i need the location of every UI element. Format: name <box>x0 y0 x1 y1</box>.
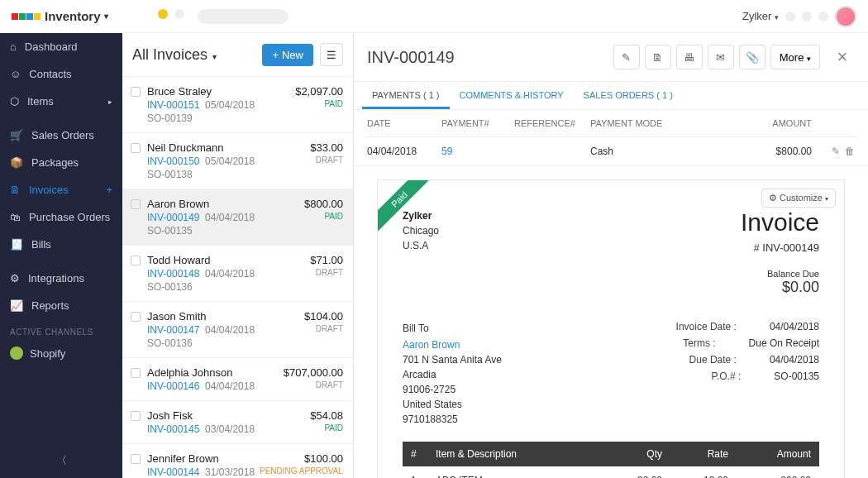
customer-name: Todd Howard <box>147 254 211 266</box>
detail-title: INV-000149 <box>367 48 455 67</box>
new-button[interactable]: +New <box>262 44 313 66</box>
sidebar-item-reports[interactable]: 📈Reports <box>0 292 122 319</box>
channel-shopify[interactable]: Shopify <box>0 340 122 366</box>
row-checkbox[interactable] <box>131 256 141 265</box>
invoice-number-link[interactable]: INV-000149 <box>147 212 199 223</box>
shopify-icon <box>10 347 23 360</box>
placeholder-icon <box>802 12 812 22</box>
row-checkbox[interactable] <box>131 368 141 378</box>
bill-to-label: Bill To <box>403 321 502 336</box>
company-country: U.S.A <box>403 238 439 253</box>
plus-icon[interactable]: + <box>106 184 112 196</box>
invoice-number-link[interactable]: INV-000148 <box>147 268 199 280</box>
printer-icon: 🖶 <box>684 51 694 64</box>
tab-payments[interactable]: PAYMENTS ( 1 ) <box>362 82 450 109</box>
status-badge: DRAFT <box>316 268 343 280</box>
sidebar-item-packages[interactable]: 📦Packages <box>0 149 122 176</box>
so-number: SO-00139 <box>147 112 343 124</box>
status-badge: PAID <box>324 99 343 111</box>
sidebar-item-invoices[interactable]: 🗎Invoices+ <box>0 176 122 203</box>
sidebar-item-contacts[interactable]: ☺Contacts <box>0 60 122 88</box>
active-channels-header: ACTIVE CHANNELS <box>0 319 122 340</box>
org-switcher[interactable]: Zylker ▾ <box>742 10 779 22</box>
sidebar-item-purchase-orders[interactable]: 🛍Purchase Orders <box>0 203 122 231</box>
sidebar-item-sales-orders[interactable]: 🛒Sales Orders <box>0 122 122 149</box>
placeholder-icon <box>785 12 795 22</box>
customize-button[interactable]: ⚙ Customize ▾ <box>761 189 836 208</box>
edit-icon[interactable]: ✎ <box>832 146 840 157</box>
plug-icon: ⚙ <box>10 272 20 284</box>
plus-icon: + <box>272 49 279 61</box>
sidebar-item-items[interactable]: ⬡Items▸ <box>0 88 122 115</box>
customer-name: Josh Fisk <box>147 409 193 422</box>
row-checkbox[interactable] <box>131 199 141 209</box>
amount: $54.08 <box>310 409 343 422</box>
row-checkbox[interactable] <box>131 87 141 97</box>
search-stub[interactable] <box>198 9 289 24</box>
row-checkbox[interactable] <box>131 312 141 322</box>
amount: $100.00 <box>304 452 343 465</box>
sidebar-item-dashboard[interactable]: ⌂Dashboard <box>0 33 122 60</box>
dot-icon <box>158 9 168 19</box>
print-button[interactable]: 🖶 <box>676 45 703 69</box>
invoice-row[interactable]: Neil Druckmann$33.00 INV-000150 05/04/20… <box>122 133 353 189</box>
status-badge: PENDING APPROVAL <box>260 466 343 478</box>
payment-link[interactable]: 59 <box>441 146 514 157</box>
more-button[interactable]: More ▾ <box>770 45 820 69</box>
tab-sales-orders[interactable]: SALES ORDERS ( 1 ) <box>574 82 683 109</box>
chevron-right-icon: ▸ <box>108 98 112 106</box>
list-title[interactable]: All Invoices▾ <box>132 46 217 64</box>
row-checkbox[interactable] <box>131 411 141 421</box>
amount: $33.00 <box>310 141 343 154</box>
invoice-row[interactable]: Aaron Brown$800.00 INV-000149 04/04/2018… <box>122 189 353 246</box>
topbar: Inventory ▾ Zylker ▾ <box>0 0 868 33</box>
box-icon: ⬡ <box>10 95 19 108</box>
delete-icon[interactable]: 🗑 <box>845 146 855 157</box>
invoice-number-link[interactable]: INV-000146 <box>147 380 199 392</box>
mail-button[interactable]: ✉ <box>708 45 734 69</box>
invoice-number-link[interactable]: INV-000147 <box>147 324 199 336</box>
payment-row[interactable]: 04/04/2018 59 Cash $800.00 ✎🗑 <box>365 137 856 165</box>
attach-button[interactable]: 📎 <box>739 45 765 69</box>
bill-to-name[interactable]: Aaron Brown <box>403 337 502 352</box>
avatar[interactable] <box>835 6 856 27</box>
envelope-icon: ✉ <box>716 51 725 64</box>
invoice-number-link[interactable]: INV-000150 <box>147 155 199 167</box>
pdf-button[interactable]: 🗎 <box>645 45 671 69</box>
col-mode: PAYMENT MODE <box>590 118 747 128</box>
chevron-left-icon: 〈 <box>56 454 67 466</box>
row-checkbox[interactable] <box>131 454 141 464</box>
so-number: SO-00136 <box>147 281 343 293</box>
invoice-row[interactable]: Josh Fisk$54.08 INV-000145 03/04/2018PAI… <box>122 401 353 444</box>
caret-down-icon: ▾ <box>212 52 217 61</box>
cart-icon: 🛒 <box>10 129 23 141</box>
status-badge: DRAFT <box>316 380 343 392</box>
invoice-row[interactable]: Jason Smith$104.00 INV-000147 04/04/2018… <box>122 302 353 358</box>
edit-button[interactable]: ✎ <box>613 45 640 69</box>
sidebar-item-integrations[interactable]: ⚙Integrations <box>0 265 122 292</box>
pencil-icon: ✎ <box>622 51 631 64</box>
invoice-row[interactable]: Adelphia Johnson$707,000.00 INV-000146 0… <box>122 358 353 401</box>
invoice-number-link[interactable]: INV-000151 <box>147 99 199 111</box>
tab-comments[interactable]: COMMENTS & HISTORY <box>450 82 574 109</box>
invoice-row[interactable]: Todd Howard$71.00 INV-000148 04/04/2018D… <box>122 246 353 302</box>
invoice-list-pane: All Invoices▾ +New ☰ Bruce Straley$2,097… <box>122 33 354 478</box>
invoice-preview: Paid ⚙ Customize ▾ Zylker Chicago U.S.A … <box>377 179 845 478</box>
list-menu-button[interactable]: ☰ <box>320 43 343 66</box>
amount: $707,000.00 <box>284 366 343 379</box>
invoice-row[interactable]: Bruce Straley$2,097.00 INV-000151 05/04/… <box>122 77 353 133</box>
close-button[interactable]: × <box>830 45 855 69</box>
hamburger-icon: ☰ <box>327 49 336 61</box>
invoice-row[interactable]: Jennifer Brown$100.00 INV-000144 31/03/2… <box>122 444 353 478</box>
sidebar-item-bills[interactable]: 🧾Bills <box>0 231 122 258</box>
amount: $71.00 <box>310 254 343 266</box>
amount: $800.00 <box>304 198 343 210</box>
invoice-number-link[interactable]: INV-000144 <box>147 466 199 478</box>
app-logo[interactable]: Inventory ▾ <box>12 9 108 23</box>
invoice-heading: Invoice <box>741 208 819 237</box>
invoice-number-link[interactable]: INV-000145 <box>147 423 199 435</box>
product-name: Inventory <box>45 9 101 23</box>
row-checkbox[interactable] <box>131 143 141 153</box>
app-switcher <box>158 9 289 24</box>
sidebar-collapse-button[interactable]: 〈 <box>0 448 122 473</box>
